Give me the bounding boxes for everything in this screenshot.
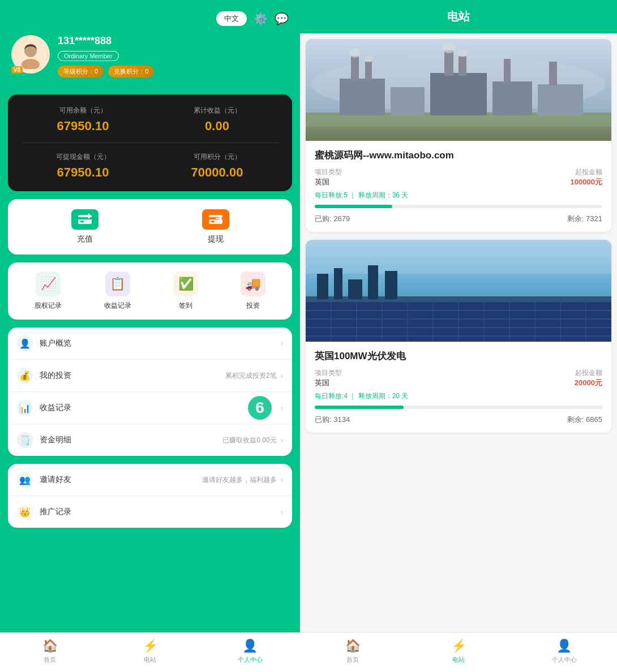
menu-item-funds[interactable]: 🗒️ 资金明细 已赚取收益0.00元 › — [8, 424, 292, 456]
menu-item-promote[interactable]: 👑 推广记录 › — [8, 496, 292, 528]
right-nav-profile[interactable]: 👤 个人中心 — [511, 639, 617, 664]
account-icon: 👤 — [17, 335, 33, 351]
svg-rect-28 — [306, 115, 611, 127]
right-profile-icon: 👤 — [556, 639, 572, 653]
station-amount-wrap-2: 起投金额 20000元 — [575, 368, 602, 388]
station-card-1[interactable]: 蜜桃源码网--www.mitaobo.com 项目类型 英国 起投金额 1000… — [306, 39, 611, 232]
svg-rect-8 — [211, 221, 215, 222]
quick-item-equity[interactable]: 📈 股权记录 — [35, 272, 62, 311]
right-home-icon: 🏠 — [345, 639, 361, 653]
remaining-1: 剩余: 7321 — [567, 214, 602, 224]
station-type-label-2: 项目类型 — [315, 368, 342, 378]
station-stats-1: 已购: 2679 剩余: 7321 — [315, 214, 602, 224]
balance-points-value: 70000.00 — [191, 165, 243, 180]
menu-item-invite[interactable]: 👥 邀请好友 邀请好友越多，福利越多 › — [8, 464, 292, 496]
invite-icon: 👥 — [17, 472, 33, 488]
svg-rect-36 — [385, 271, 397, 299]
menu-item-myinvest[interactable]: 💰 我的投资 累积完成投资2笔 › — [8, 360, 292, 392]
level-points: 等级积分：0 — [58, 66, 104, 77]
myinvest-arrow: › — [280, 371, 283, 381]
balance-cumulative: 累计收益（元） 0.00 — [156, 106, 278, 133]
station-meta-1: 项目类型 英国 起投金额 100000元 — [315, 167, 602, 187]
station-stats-2: 已购: 3134 剩余: 6865 — [315, 415, 602, 425]
funds-arrow: › — [280, 435, 283, 445]
earnings-icon: 📋 — [105, 272, 130, 296]
points-row: 等级积分：0 兑换积分：0 — [58, 66, 289, 77]
balance-points: 可用积分（元） 70000.00 — [156, 152, 278, 180]
checkin-icon: ✅ — [173, 272, 198, 296]
profile-section: 中文 ⚙️ 💬 V0 131*****888 Ordinary Me — [0, 0, 300, 94]
message-icon[interactable]: 💬 — [275, 12, 289, 25]
myinvest-text: 我的投资 — [40, 371, 225, 381]
progress-fill-2 — [315, 406, 404, 409]
quick-item-checkin[interactable]: ✅ 签到 — [173, 272, 198, 311]
left-nav-home[interactable]: 🏠 首页 — [0, 639, 100, 664]
promote-icon: 👑 — [17, 504, 33, 520]
balance-withdraw: 可提现金额（元） 67950.10 — [22, 152, 144, 180]
right-bottom-nav: 🏠 首页 ⚡ 电站 👤 个人中心 — [300, 632, 617, 672]
svg-rect-14 — [391, 87, 425, 115]
menu-list: 👤 账户概览 › 💰 我的投资 累积完成投资2笔 › 📊 收益记录 6 › 🗒️… — [8, 328, 292, 456]
right-profile-label: 个人中心 — [552, 656, 577, 664]
account-text: 账户概览 — [40, 338, 280, 348]
svg-rect-20 — [444, 50, 453, 76]
svg-point-25 — [364, 55, 373, 62]
right-header: 电站 — [300, 0, 617, 33]
user-details: 131*****888 Ordinary Member 等级积分：0 兑换积分：… — [58, 35, 289, 77]
left-panel: 中文 ⚙️ 💬 V0 131*****888 Ordinary Me — [0, 0, 300, 672]
withdraw-label: 提现 — [208, 234, 224, 244]
earnings-label: 收益记录 — [104, 301, 131, 311]
checkin-label: 签到 — [179, 301, 192, 311]
svg-rect-21 — [459, 56, 466, 76]
settings-icon[interactable]: ⚙️ — [254, 12, 268, 25]
balance-available: 可用余额（元） 67950.10 — [22, 106, 144, 133]
svg-rect-17 — [538, 84, 583, 115]
left-home-icon: 🏠 — [42, 639, 58, 653]
right-station-label: 电站 — [452, 656, 465, 664]
station-body-1: 蜜桃源码网--www.mitaobo.com 项目类型 英国 起投金额 1000… — [306, 141, 611, 232]
station-meta-2: 项目类型 英国 起投金额 20000元 — [315, 368, 602, 388]
svg-rect-32 — [317, 274, 328, 299]
lang-button[interactable]: 中文 — [216, 11, 247, 26]
progress-wrap-1 — [315, 205, 602, 208]
svg-rect-33 — [334, 268, 342, 299]
notif-badge: 6 — [248, 396, 272, 420]
station-amount-value-2: 20000元 — [575, 378, 602, 388]
balance-available-label: 可用余额（元） — [59, 106, 107, 115]
left-station-label: 电站 — [144, 656, 156, 664]
station-release-2: 每日释放:4 ｜ 释放周期：20 天 — [315, 391, 602, 401]
right-nav-home[interactable]: 🏠 首页 — [300, 639, 406, 664]
myinvest-icon: 💰 — [17, 368, 33, 384]
lang-bar: 中文 ⚙️ 💬 — [11, 11, 289, 26]
vip-badge: V0 — [11, 66, 23, 74]
svg-rect-34 — [348, 279, 362, 299]
svg-rect-53 — [306, 302, 611, 342]
purchased-2: 已购: 3134 — [315, 415, 350, 425]
svg-rect-35 — [368, 265, 378, 299]
social-menu: 👥 邀请好友 邀请好友越多，福利越多 › 👑 推广记录 › — [8, 464, 292, 528]
station-card-2[interactable]: 英国100MW光伏发电 项目类型 英国 起投金额 20000元 每日释放:4 ｜… — [306, 240, 611, 433]
avatar-wrap: V0 — [11, 35, 50, 74]
right-station-icon: ⚡ — [451, 639, 466, 653]
right-nav-station[interactable]: ⚡ 电站 — [406, 639, 512, 664]
quick-item-invest[interactable]: 🚚 投资 — [241, 272, 265, 311]
svg-rect-16 — [492, 81, 532, 115]
myinvest-sub: 累积完成投资2笔 — [225, 371, 277, 381]
left-profile-label: 个人中心 — [238, 656, 263, 664]
withdraw-button[interactable]: 提现 — [202, 209, 229, 244]
left-nav-station[interactable]: ⚡ 电站 — [100, 639, 200, 664]
menu-item-earnings[interactable]: 📊 收益记录 6 › — [8, 392, 292, 424]
equity-label: 股权记录 — [35, 301, 62, 311]
left-nav-profile[interactable]: 👤 个人中心 — [200, 639, 300, 664]
balance-points-label: 可用积分（元） — [194, 152, 241, 162]
user-info-row: V0 131*****888 Ordinary Member 等级积分：0 兑换… — [11, 35, 289, 77]
svg-rect-30 — [306, 240, 611, 274]
recharge-button[interactable]: 充值 — [71, 209, 98, 244]
balance-withdraw-value: 67950.10 — [57, 165, 109, 180]
member-badge: Ordinary Member — [58, 51, 119, 61]
quick-item-earnings[interactable]: 📋 收益记录 — [104, 272, 131, 311]
menu-item-account[interactable]: 👤 账户概览 › — [8, 328, 292, 360]
station-type-value-2: 英国 — [315, 378, 342, 388]
svg-rect-18 — [351, 56, 359, 81]
invest-icon: 🚚 — [241, 272, 265, 296]
